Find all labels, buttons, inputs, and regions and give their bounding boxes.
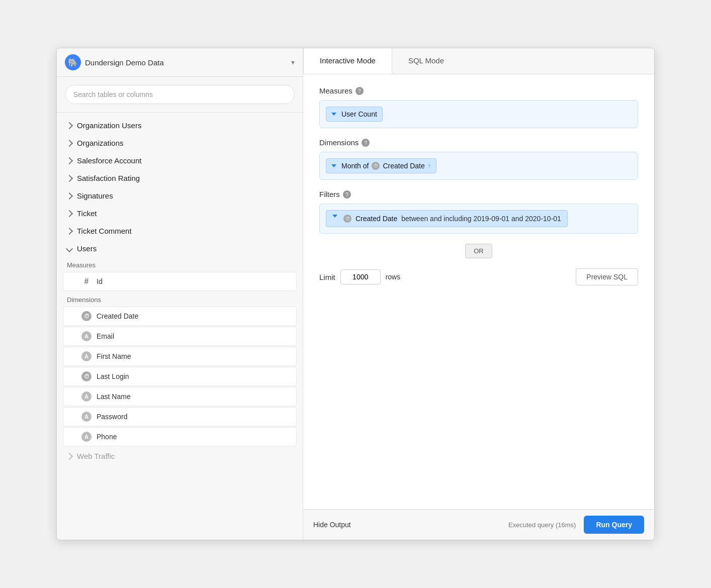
tab-interactive-mode[interactable]: Interactive Mode xyxy=(303,48,392,74)
sidebar-item-label: Ticket Comment xyxy=(77,227,132,235)
chevron-right-icon xyxy=(66,122,73,129)
sort-icon: ↑ xyxy=(428,162,431,169)
db-icon: 🐘 xyxy=(65,54,81,70)
measures-label: Measures ? xyxy=(319,86,638,95)
clock-icon: ⏱ xyxy=(372,162,380,170)
dropdown-icon xyxy=(331,113,336,116)
sidebar-item-users[interactable]: Users xyxy=(57,240,303,257)
query-builder: Measures ? User Count Dimensions ? xyxy=(303,74,654,509)
dimensions-help-icon[interactable]: ? xyxy=(362,139,370,147)
sidebar-item-signatures[interactable]: Signatures xyxy=(57,187,303,205)
filters-box: ⏱ Created Date between and including 201… xyxy=(319,204,638,234)
sidebar-item-salesforce-account[interactable]: Salesforce Account xyxy=(57,152,303,169)
chevron-right-icon xyxy=(66,157,73,164)
field-label: Phone xyxy=(97,433,117,441)
limit-input[interactable] xyxy=(340,269,381,284)
text-icon: A xyxy=(81,412,92,422)
sidebar-item-label: Ticket xyxy=(77,209,97,218)
hide-output-button[interactable]: Hide Output xyxy=(313,521,351,529)
sidebar-item-organization-users[interactable]: Organization Users xyxy=(57,117,303,134)
hash-icon: # xyxy=(81,276,92,286)
sidebar: 🐘 Dundersign Demo Data ▾ Organization Us… xyxy=(57,48,303,540)
limit-label: Limit xyxy=(319,273,335,281)
chevron-right-icon xyxy=(66,139,73,146)
db-name: Dundersign Demo Data xyxy=(85,58,164,67)
measures-section-label: Measures xyxy=(57,257,303,271)
dimensions-field: Created Date xyxy=(383,162,424,170)
execution-time: Executed query (16ms) xyxy=(508,521,576,529)
sidebar-item-web-traffic[interactable]: Web Traffic xyxy=(57,447,303,465)
clock-icon: ⏱ xyxy=(81,311,92,321)
tab-sql-mode[interactable]: SQL Mode xyxy=(392,48,460,74)
field-last-name[interactable]: A Last Name xyxy=(63,387,297,406)
chevron-down-icon xyxy=(66,245,73,252)
chevron-right-icon xyxy=(66,192,73,199)
sidebar-list: Organization Users Organizations Salesfo… xyxy=(57,113,303,540)
field-label: Email xyxy=(97,332,114,340)
measures-help-icon[interactable]: ? xyxy=(356,87,364,95)
measures-pill[interactable]: User Count xyxy=(326,107,383,122)
filters-label: Filters ? xyxy=(319,190,638,199)
db-selector[interactable]: 🐘 Dundersign Demo Data ▾ xyxy=(57,48,303,77)
field-label: Last Name xyxy=(97,393,131,401)
right-panel: Interactive Mode SQL Mode Measures ? Use… xyxy=(303,48,654,540)
sidebar-item-label: Signatures xyxy=(77,191,113,200)
limit-row: Limit rows Preview SQL xyxy=(319,268,638,285)
sidebar-search-container xyxy=(57,77,303,113)
field-password[interactable]: A Password xyxy=(63,407,297,426)
text-icon: A xyxy=(81,432,92,442)
filter-field: Created Date xyxy=(356,215,397,223)
text-icon: A xyxy=(81,331,92,341)
dropdown-icon xyxy=(332,215,337,218)
dropdown-icon xyxy=(331,164,336,167)
measures-pill-value: User Count xyxy=(341,110,377,118)
footer: Hide Output Executed query (16ms) Run Qu… xyxy=(303,509,654,540)
field-label: Id xyxy=(97,277,103,285)
sidebar-item-label: Salesforce Account xyxy=(77,156,141,165)
sidebar-item-label: Users xyxy=(77,244,97,253)
sidebar-item-label: Organization Users xyxy=(77,121,141,130)
dimensions-pill[interactable]: Month of ⏱ Created Date ↑ xyxy=(326,158,436,173)
chevron-right-icon xyxy=(66,174,73,181)
rows-label: rows xyxy=(386,273,401,281)
sidebar-item-label: Web Traffic xyxy=(77,452,115,460)
dimensions-prefix: Month of xyxy=(341,162,369,170)
sidebar-item-satisfaction-rating[interactable]: Satisfaction Rating xyxy=(57,169,303,187)
filters-pill[interactable]: ⏱ Created Date between and including 201… xyxy=(326,210,568,227)
chevron-right-icon xyxy=(66,227,73,234)
sidebar-item-organizations[interactable]: Organizations xyxy=(57,134,303,152)
field-phone[interactable]: A Phone xyxy=(63,427,297,446)
field-label: Password xyxy=(97,413,127,421)
filter-condition: between and including 2019-09-01 and 202… xyxy=(401,215,561,223)
field-label: Created Date xyxy=(97,312,138,320)
dimensions-label: Dimensions ? xyxy=(319,138,638,147)
field-label: Last Login xyxy=(97,372,129,380)
measures-box: User Count xyxy=(319,100,638,128)
preview-sql-button[interactable]: Preview SQL xyxy=(576,268,638,285)
search-input[interactable] xyxy=(65,85,295,104)
field-first-name[interactable]: A First Name xyxy=(63,347,297,366)
db-chevron-icon: ▾ xyxy=(291,58,295,66)
text-icon: A xyxy=(81,391,92,402)
clock-icon: ⏱ xyxy=(81,371,92,381)
field-email[interactable]: A Email xyxy=(63,327,297,346)
field-created-date[interactable]: ⏱ Created Date xyxy=(63,307,297,326)
sidebar-item-ticket-comment[interactable]: Ticket Comment xyxy=(57,222,303,240)
clock-icon: ⏱ xyxy=(343,215,351,223)
text-icon: A xyxy=(81,351,92,361)
filters-help-icon[interactable]: ? xyxy=(343,190,351,199)
sidebar-item-label: Satisfaction Rating xyxy=(77,174,140,182)
or-button[interactable]: OR xyxy=(465,244,492,258)
run-query-button[interactable]: Run Query xyxy=(584,516,644,534)
field-label: First Name xyxy=(97,352,131,360)
field-last-login[interactable]: ⏱ Last Login xyxy=(63,367,297,386)
tabs-bar: Interactive Mode SQL Mode xyxy=(303,48,654,74)
field-id[interactable]: # Id xyxy=(63,272,297,291)
sidebar-item-ticket[interactable]: Ticket xyxy=(57,205,303,222)
dimensions-section-label: Dimensions xyxy=(57,292,303,306)
chevron-right-icon xyxy=(66,452,73,459)
dimensions-box: Month of ⏱ Created Date ↑ xyxy=(319,152,638,180)
sidebar-item-label: Organizations xyxy=(77,139,124,147)
chevron-right-icon xyxy=(66,210,73,217)
